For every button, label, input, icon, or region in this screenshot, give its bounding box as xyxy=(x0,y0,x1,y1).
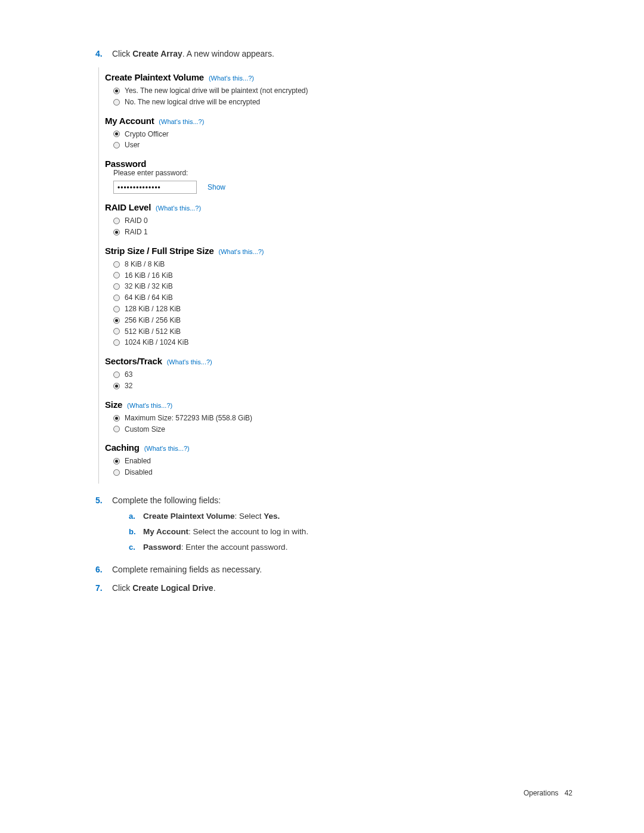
section-size: Size (What's this...?) Maximum Size: 572… xyxy=(105,400,426,435)
radio-icon[interactable] xyxy=(113,142,120,148)
radio-icon[interactable] xyxy=(113,283,120,290)
strip-option[interactable]: 8 KiB / 8 KiB xyxy=(113,259,426,270)
plaintext-volume-heading: Create Plaintext Volume xyxy=(105,72,204,82)
size-option[interactable]: Custom Size xyxy=(113,425,426,435)
step-5b-marker: b. xyxy=(129,526,143,538)
size-option-label: Custom Size xyxy=(125,425,165,435)
whats-this-link[interactable]: (What's this...?) xyxy=(156,205,201,212)
strip-option[interactable]: 256 KiB / 256 KiB xyxy=(113,315,426,326)
account-option[interactable]: User xyxy=(113,140,426,150)
step-5a-text: Create Plaintext Volume: Select Yes. xyxy=(143,510,572,522)
step-5-text: Complete the following fields: xyxy=(112,496,221,505)
create-array-dialog-figure: Create Plaintext Volume (What's this...?… xyxy=(98,67,432,484)
size-heading: Size xyxy=(105,400,122,410)
raid-option[interactable]: RAID 1 xyxy=(113,227,426,237)
radio-icon[interactable] xyxy=(113,458,120,465)
radio-icon[interactable] xyxy=(113,218,120,224)
radio-icon[interactable] xyxy=(113,229,120,236)
step-7-text: Click Create Logical Drive. xyxy=(112,582,572,594)
radio-icon[interactable] xyxy=(113,383,120,389)
whats-this-link[interactable]: (What's this...?) xyxy=(167,358,212,366)
radio-icon[interactable] xyxy=(113,99,120,106)
strip-option[interactable]: 64 KiB / 64 KiB xyxy=(113,293,426,303)
show-password-link[interactable]: Show xyxy=(208,183,225,191)
section-plaintext-volume: Create Plaintext Volume (What's this...?… xyxy=(105,72,426,107)
whats-this-link[interactable]: (What's this...?) xyxy=(218,248,264,255)
sectors-option[interactable]: 63 xyxy=(113,370,426,380)
radio-icon[interactable] xyxy=(113,88,120,94)
raid-level-heading: RAID Level xyxy=(105,202,151,212)
account-option-label: User xyxy=(125,140,140,150)
section-sectors-track: Sectors/Track (What's this...?) 6332 xyxy=(105,356,426,391)
raid-option-label: RAID 0 xyxy=(125,216,148,226)
plaintext-option[interactable]: No. The new logical drive will be encryp… xyxy=(113,97,426,107)
sectors-option-label: 32 xyxy=(125,381,132,391)
caching-option[interactable]: Enabled xyxy=(113,456,426,466)
my-account-heading: My Account xyxy=(105,116,154,126)
raid-option[interactable]: RAID 0 xyxy=(113,216,426,226)
password-input[interactable]: •••••••••••••• xyxy=(113,181,197,194)
step-4-marker: 4. xyxy=(95,49,112,58)
plaintext-option-label: Yes. The new logical drive will be plain… xyxy=(125,86,308,96)
section-password: Password Please enter password: ••••••••… xyxy=(105,159,426,194)
section-caching: Caching (What's this...?) EnabledDisable… xyxy=(105,442,426,478)
strip-option-label: 32 KiB / 32 KiB xyxy=(125,281,173,292)
strip-size-heading: Strip Size / Full Stripe Size xyxy=(105,246,214,256)
section-my-account: My Account (What's this...?) Crypto Offi… xyxy=(105,116,426,151)
whats-this-link[interactable]: (What's this...?) xyxy=(159,118,204,125)
radio-icon[interactable] xyxy=(113,295,120,301)
size-option-label: Maximum Size: 572293 MiB (558.8 GiB) xyxy=(125,413,252,423)
whats-this-link[interactable]: (What's this...?) xyxy=(127,402,172,409)
strip-option-label: 64 KiB / 64 KiB xyxy=(125,293,173,303)
caching-option[interactable]: Disabled xyxy=(113,467,426,478)
strip-option[interactable]: 512 KiB / 512 KiB xyxy=(113,327,426,337)
step-6-text: Complete remaining fields as necessary. xyxy=(112,563,572,576)
radio-icon[interactable] xyxy=(113,371,120,378)
password-label: Please enter password: xyxy=(113,169,426,177)
account-option-label: Crypto Officer xyxy=(125,129,169,140)
step-5-marker: 5. xyxy=(95,496,112,505)
whats-this-link[interactable]: (What's this...?) xyxy=(144,445,190,452)
step-5b-text: My Account: Select the account to log in… xyxy=(143,526,572,538)
raid-option-label: RAID 1 xyxy=(125,227,148,237)
strip-option-label: 1024 KiB / 1024 KiB xyxy=(125,337,188,348)
radio-icon[interactable] xyxy=(113,317,120,324)
whats-this-link[interactable]: (What's this...?) xyxy=(209,75,254,82)
sectors-option[interactable]: 32 xyxy=(113,381,426,391)
page-footer: Operations 42 xyxy=(524,789,572,797)
step-5a-marker: a. xyxy=(129,510,143,522)
section-strip-size: Strip Size / Full Stripe Size (What's th… xyxy=(105,246,426,348)
radio-icon[interactable] xyxy=(113,339,120,346)
step-5c-marker: c. xyxy=(129,541,143,553)
sectors-option-label: 63 xyxy=(125,370,132,380)
radio-icon[interactable] xyxy=(113,272,120,278)
radio-icon[interactable] xyxy=(113,131,120,137)
strip-option[interactable]: 16 KiB / 16 KiB xyxy=(113,271,426,281)
radio-icon[interactable] xyxy=(113,306,120,312)
strip-option-label: 16 KiB / 16 KiB xyxy=(125,271,173,281)
strip-option[interactable]: 1024 KiB / 1024 KiB xyxy=(113,337,426,348)
step-4-text: Click Create Array. A new window appears… xyxy=(112,48,572,60)
radio-icon[interactable] xyxy=(113,469,120,476)
password-heading: Password xyxy=(105,159,146,169)
strip-option-label: 256 KiB / 256 KiB xyxy=(125,315,181,326)
step-5c-text: Password: Enter the account password. xyxy=(143,541,572,553)
radio-icon[interactable] xyxy=(113,261,120,268)
caching-option-label: Enabled xyxy=(125,456,151,466)
step-6-marker: 6. xyxy=(95,565,112,574)
caching-heading: Caching xyxy=(105,442,140,453)
account-option[interactable]: Crypto Officer xyxy=(113,129,426,140)
sectors-track-heading: Sectors/Track xyxy=(105,356,162,366)
caching-option-label: Disabled xyxy=(125,467,153,478)
strip-option-label: 512 KiB / 512 KiB xyxy=(125,327,181,337)
strip-option[interactable]: 32 KiB / 32 KiB xyxy=(113,281,426,292)
strip-option[interactable]: 128 KiB / 128 KiB xyxy=(113,304,426,314)
plaintext-option[interactable]: Yes. The new logical drive will be plain… xyxy=(113,86,426,96)
section-raid-level: RAID Level (What's this...?) RAID 0RAID … xyxy=(105,202,426,237)
plaintext-option-label: No. The new logical drive will be encryp… xyxy=(125,97,260,107)
radio-icon[interactable] xyxy=(113,415,120,422)
radio-icon[interactable] xyxy=(113,426,120,432)
step-7-marker: 7. xyxy=(95,583,112,593)
radio-icon[interactable] xyxy=(113,328,120,335)
size-option[interactable]: Maximum Size: 572293 MiB (558.8 GiB) xyxy=(113,413,426,423)
